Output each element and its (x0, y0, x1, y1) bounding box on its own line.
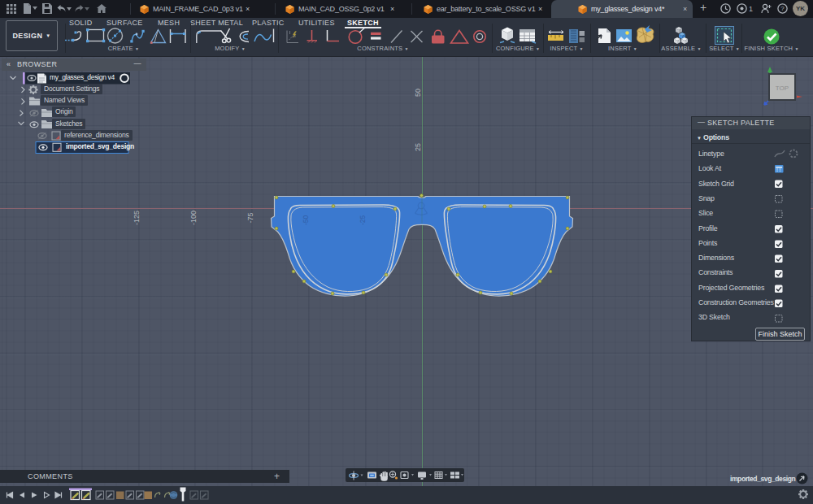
svg-text:-25: -25 (359, 215, 367, 225)
svg-text:-50: -50 (302, 215, 310, 225)
svg-text:TOP: TOP (776, 85, 789, 92)
svg-text:?: ? (780, 5, 785, 12)
